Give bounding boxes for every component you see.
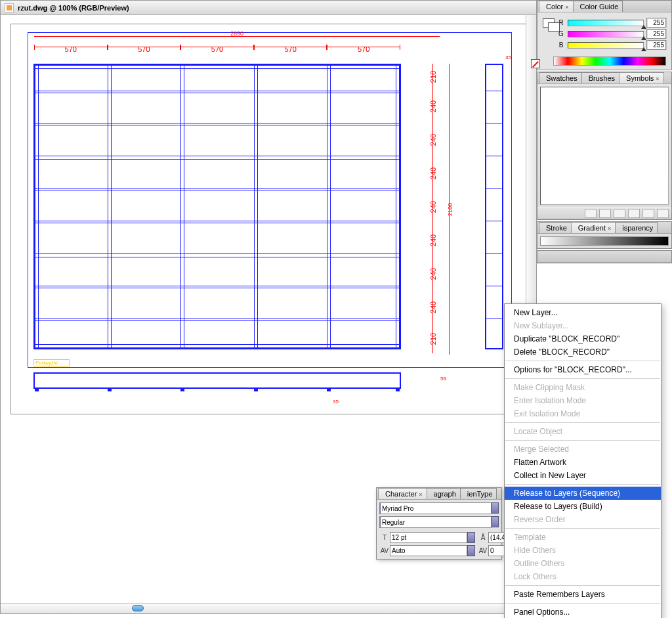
tab-color-guide[interactable]: Color Guide [573, 1, 623, 12]
plan-grid [33, 64, 401, 349]
tab-label: Brushes [589, 74, 615, 82]
tab-stroke[interactable]: Stroke [539, 222, 572, 233]
tab-swatches[interactable]: Swatches [539, 72, 582, 83]
menu-item[interactable]: New Layer... [505, 306, 661, 319]
leading-icon: Å [478, 533, 488, 542]
font-style-input[interactable] [379, 516, 492, 528]
tab-label: Gradient [578, 224, 606, 232]
dim-value: 2100 [447, 202, 453, 215]
menu-item[interactable]: Release to Layers (Build) [505, 500, 661, 513]
symbols-panel-header: Swatches Brushes Symbols× [537, 72, 671, 84]
gradient-panel-header: Stroke Gradient× isparency [537, 222, 671, 234]
dropdown-icon[interactable] [492, 502, 499, 514]
fill-stroke-swatch[interactable] [543, 16, 555, 51]
tab-label: Character [385, 490, 417, 498]
dropdown-icon[interactable] [492, 516, 499, 527]
character-panel-header: Character× agraph ienType [377, 488, 501, 500]
delete-symbol-icon[interactable] [657, 209, 669, 218]
close-icon[interactable]: × [656, 76, 659, 82]
menu-item: Enter Isolation Mode [505, 394, 661, 407]
none-swatch-icon[interactable] [531, 59, 540, 68]
panel-dock: Color× Color Guide R G B [537, 0, 672, 265]
menu-item[interactable]: Release to Layers (Sequence) [505, 487, 661, 500]
menu-item[interactable]: Collect in New Layer [505, 469, 661, 482]
place-symbol-icon[interactable] [599, 209, 611, 218]
menu-item: Exit Isolation Mode [505, 407, 661, 420]
dim-row-4: 240 [429, 201, 437, 213]
tracking-icon: AV [478, 546, 488, 556]
value-r[interactable] [646, 18, 666, 28]
tab-transparency[interactable]: isparency [615, 222, 658, 233]
kerning-input[interactable] [390, 545, 467, 556]
dim-col-4: 570 [358, 45, 369, 53]
menu-item[interactable]: Duplicate "BLOCK_RECORD" [505, 332, 661, 345]
font-family-input[interactable] [379, 502, 492, 514]
dropdown-icon[interactable] [467, 545, 475, 556]
dim-row-5: 240 [429, 234, 437, 246]
stroke-swatch[interactable] [548, 22, 560, 32]
tab-opentype[interactable]: ienType [460, 488, 497, 499]
dim-row-8: 210 [429, 332, 437, 344]
dim-col-1: 570 [138, 45, 150, 53]
tab-label: isparency [622, 224, 653, 232]
slider-g[interactable] [568, 31, 644, 37]
dimension-top-columns: 570 570 570 570 570 [34, 47, 400, 52]
tab-label: Stroke [546, 224, 567, 232]
dropdown-icon[interactable] [467, 532, 475, 543]
new-symbol-icon[interactable] [642, 209, 654, 218]
menu-separator [505, 422, 660, 423]
dim-bottom: 35 [333, 399, 339, 405]
tab-gradient[interactable]: Gradient× [571, 222, 616, 233]
menu-separator [505, 440, 660, 441]
close-icon[interactable]: × [419, 491, 422, 498]
close-icon[interactable]: × [565, 4, 568, 11]
side-elevation [485, 64, 503, 349]
dim-row-1: 240 [429, 100, 437, 112]
document-titlebar[interactable]: rzut.dwg @ 100% (RGB/Preview) [1, 1, 536, 15]
scrollbar-thumb[interactable] [132, 605, 144, 611]
slider-b[interactable] [568, 42, 644, 49]
gradient-preview[interactable] [540, 236, 669, 246]
tab-paragraph[interactable]: agraph [427, 488, 461, 499]
gradient-panel: Stroke Gradient× isparency [537, 221, 672, 249]
appearance-panel-collapsed[interactable] [537, 250, 672, 263]
dim-row-7: 240 [429, 301, 437, 313]
dimension-top-overall: 2850 [34, 36, 440, 41]
artboard[interactable]: 2850 570 570 570 570 570 [10, 24, 529, 414]
dim-col-2: 570 [211, 45, 223, 53]
dim-side: 35 [505, 55, 511, 60]
dim-row-0: 210 [429, 71, 437, 83]
menu-item: Reverse Order [505, 513, 661, 526]
spectrum-bar[interactable] [553, 56, 666, 66]
menu-item[interactable]: Options for "BLOCK_RECORD"... [505, 363, 661, 376]
kerning-icon: AV [379, 546, 390, 556]
symbols-list[interactable] [540, 87, 669, 205]
dim-elev-height: 58 [440, 376, 446, 382]
menu-item[interactable]: Delete "BLOCK_RECORD" [505, 345, 661, 359]
close-icon[interactable]: × [608, 225, 611, 232]
tab-brushes[interactable]: Brushes [581, 72, 620, 83]
slider-r[interactable] [568, 20, 644, 26]
color-panel: Color× Color Guide R G B [537, 0, 672, 70]
tab-character[interactable]: Character× [378, 488, 427, 499]
document-icon [5, 3, 14, 12]
menu-separator [505, 378, 660, 379]
dim-row-2: 240 [429, 134, 437, 146]
font-size-icon: T [379, 533, 390, 542]
break-link-icon[interactable] [614, 209, 625, 218]
symbol-libs-icon[interactable] [585, 209, 597, 218]
symbol-options-icon[interactable] [628, 209, 640, 218]
font-size-input[interactable] [390, 532, 467, 543]
tab-symbols[interactable]: Symbols× [619, 72, 663, 83]
value-g[interactable] [646, 29, 666, 39]
tab-label: agraph [434, 490, 456, 498]
value-b[interactable] [646, 40, 666, 50]
menu-item[interactable]: Flatten Artwork [505, 456, 661, 469]
symbols-panel: Swatches Brushes Symbols× [537, 72, 672, 220]
horizontal-scrollbar[interactable] [1, 603, 536, 613]
channel-label-b: B [557, 41, 565, 49]
tab-color[interactable]: Color× [539, 1, 574, 12]
menu-item[interactable]: Panel Options... [505, 606, 661, 618]
menu-item: New Sublayer... [505, 319, 661, 332]
menu-item[interactable]: Paste Remembers Layers [505, 588, 661, 601]
